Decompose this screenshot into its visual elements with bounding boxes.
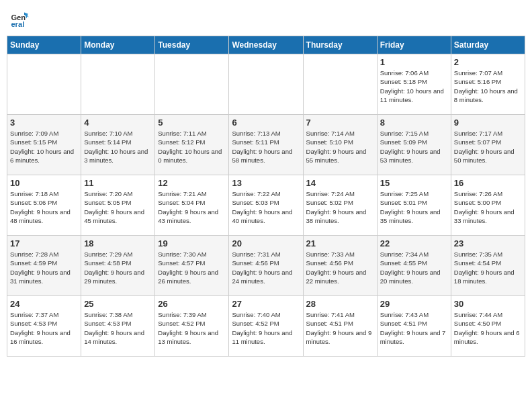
day-info: Sunrise: 7:28 AM Sunset: 4:59 PM Dayligh… <box>10 250 78 285</box>
calendar-cell: 30Sunrise: 7:44 AM Sunset: 4:50 PM Dayli… <box>451 296 525 357</box>
day-info: Sunrise: 7:29 AM Sunset: 4:58 PM Dayligh… <box>84 250 152 285</box>
day-number: 21 <box>306 238 374 248</box>
calendar-cell: 9Sunrise: 7:17 AM Sunset: 5:07 PM Daylig… <box>451 115 525 175</box>
calendar-cell: 5Sunrise: 7:11 AM Sunset: 5:12 PM Daylig… <box>155 115 229 175</box>
calendar-week-row: 17Sunrise: 7:28 AM Sunset: 4:59 PM Dayli… <box>7 236 525 296</box>
day-number: 19 <box>158 238 226 248</box>
weekday-header: Thursday <box>303 36 377 54</box>
calendar-week-row: 3Sunrise: 7:09 AM Sunset: 5:15 PM Daylig… <box>7 115 525 175</box>
calendar-cell: 22Sunrise: 7:34 AM Sunset: 4:55 PM Dayli… <box>377 236 451 296</box>
day-info: Sunrise: 7:31 AM Sunset: 4:56 PM Dayligh… <box>232 250 300 285</box>
calendar-cell: 1Sunrise: 7:06 AM Sunset: 5:18 PM Daylig… <box>377 54 451 115</box>
day-number: 3 <box>10 118 78 128</box>
day-info: Sunrise: 7:25 AM Sunset: 5:01 PM Dayligh… <box>380 189 448 225</box>
calendar-week-row: 24Sunrise: 7:37 AM Sunset: 4:53 PM Dayli… <box>7 296 525 357</box>
day-number: 18 <box>84 238 152 248</box>
calendar-cell: 16Sunrise: 7:26 AM Sunset: 5:00 PM Dayli… <box>451 175 525 236</box>
weekday-header: Wednesday <box>229 36 303 54</box>
calendar-cell <box>81 54 155 115</box>
day-number: 5 <box>158 118 226 128</box>
day-info: Sunrise: 7:15 AM Sunset: 5:09 PM Dayligh… <box>380 129 448 165</box>
day-number: 7 <box>306 118 374 128</box>
day-number: 12 <box>158 178 226 188</box>
calendar-cell: 17Sunrise: 7:28 AM Sunset: 4:59 PM Dayli… <box>7 236 81 296</box>
day-info: Sunrise: 7:18 AM Sunset: 5:06 PM Dayligh… <box>10 189 78 225</box>
day-info: Sunrise: 7:22 AM Sunset: 5:03 PM Dayligh… <box>232 189 300 225</box>
day-info: Sunrise: 7:21 AM Sunset: 5:04 PM Dayligh… <box>158 189 226 225</box>
day-number: 29 <box>380 299 448 309</box>
day-info: Sunrise: 7:43 AM Sunset: 4:51 PM Dayligh… <box>380 310 448 346</box>
day-number: 27 <box>232 299 300 309</box>
day-info: Sunrise: 7:41 AM Sunset: 4:51 PM Dayligh… <box>306 310 374 346</box>
day-number: 8 <box>380 118 448 128</box>
calendar-cell: 2Sunrise: 7:07 AM Sunset: 5:16 PM Daylig… <box>451 54 525 115</box>
day-info: Sunrise: 7:13 AM Sunset: 5:11 PM Dayligh… <box>232 129 300 165</box>
weekday-header: Sunday <box>7 36 81 54</box>
calendar-cell: 24Sunrise: 7:37 AM Sunset: 4:53 PM Dayli… <box>7 296 81 357</box>
calendar-cell: 14Sunrise: 7:24 AM Sunset: 5:02 PM Dayli… <box>303 175 377 236</box>
calendar-cell: 3Sunrise: 7:09 AM Sunset: 5:15 PM Daylig… <box>7 115 81 175</box>
weekday-header-row: SundayMondayTuesdayWednesdayThursdayFrid… <box>7 36 525 54</box>
day-number: 28 <box>306 299 374 309</box>
calendar-cell <box>303 54 377 115</box>
calendar-cell: 6Sunrise: 7:13 AM Sunset: 5:11 PM Daylig… <box>229 115 303 175</box>
day-number: 24 <box>10 299 78 309</box>
day-info: Sunrise: 7:09 AM Sunset: 5:15 PM Dayligh… <box>10 129 78 165</box>
day-number: 30 <box>454 299 522 309</box>
day-info: Sunrise: 7:35 AM Sunset: 4:54 PM Dayligh… <box>454 250 522 285</box>
day-number: 23 <box>454 238 522 248</box>
day-info: Sunrise: 7:39 AM Sunset: 4:52 PM Dayligh… <box>158 310 226 346</box>
calendar-cell: 10Sunrise: 7:18 AM Sunset: 5:06 PM Dayli… <box>7 175 81 236</box>
weekday-header: Tuesday <box>155 36 229 54</box>
calendar-cell: 23Sunrise: 7:35 AM Sunset: 4:54 PM Dayli… <box>451 236 525 296</box>
calendar: SundayMondayTuesdayWednesdayThursdayFrid… <box>7 36 525 357</box>
calendar-cell: 7Sunrise: 7:14 AM Sunset: 5:10 PM Daylig… <box>303 115 377 175</box>
calendar-cell: 12Sunrise: 7:21 AM Sunset: 5:04 PM Dayli… <box>155 175 229 236</box>
day-info: Sunrise: 7:44 AM Sunset: 4:50 PM Dayligh… <box>454 310 522 346</box>
day-number: 14 <box>306 178 374 188</box>
calendar-cell: 28Sunrise: 7:41 AM Sunset: 4:51 PM Dayli… <box>303 296 377 357</box>
day-info: Sunrise: 7:14 AM Sunset: 5:10 PM Dayligh… <box>306 129 374 165</box>
calendar-cell: 26Sunrise: 7:39 AM Sunset: 4:52 PM Dayli… <box>155 296 229 357</box>
svg-text:eral: eral <box>11 20 24 28</box>
weekday-header: Monday <box>81 36 155 54</box>
day-number: 17 <box>10 238 78 248</box>
weekday-header: Saturday <box>451 36 525 54</box>
calendar-week-row: 1Sunrise: 7:06 AM Sunset: 5:18 PM Daylig… <box>7 54 525 115</box>
calendar-cell: 15Sunrise: 7:25 AM Sunset: 5:01 PM Dayli… <box>377 175 451 236</box>
calendar-cell: 25Sunrise: 7:38 AM Sunset: 4:53 PM Dayli… <box>81 296 155 357</box>
day-number: 4 <box>84 118 152 128</box>
logo-icon: Gen eral <box>10 10 29 29</box>
calendar-cell: 21Sunrise: 7:33 AM Sunset: 4:56 PM Dayli… <box>303 236 377 296</box>
day-info: Sunrise: 7:37 AM Sunset: 4:53 PM Dayligh… <box>10 310 78 346</box>
calendar-cell: 27Sunrise: 7:40 AM Sunset: 4:52 PM Dayli… <box>229 296 303 357</box>
day-info: Sunrise: 7:07 AM Sunset: 5:16 PM Dayligh… <box>454 68 522 104</box>
day-number: 22 <box>380 238 448 248</box>
day-info: Sunrise: 7:40 AM Sunset: 4:52 PM Dayligh… <box>232 310 300 346</box>
day-number: 25 <box>84 299 152 309</box>
calendar-cell: 8Sunrise: 7:15 AM Sunset: 5:09 PM Daylig… <box>377 115 451 175</box>
day-info: Sunrise: 7:20 AM Sunset: 5:05 PM Dayligh… <box>84 189 152 225</box>
page-header: Gen eral <box>7 7 525 29</box>
calendar-cell <box>155 54 229 115</box>
day-number: 13 <box>232 178 300 188</box>
day-info: Sunrise: 7:24 AM Sunset: 5:02 PM Dayligh… <box>306 189 374 225</box>
day-number: 16 <box>454 178 522 188</box>
day-number: 2 <box>454 57 522 67</box>
day-info: Sunrise: 7:11 AM Sunset: 5:12 PM Dayligh… <box>158 129 226 165</box>
calendar-cell <box>229 54 303 115</box>
day-info: Sunrise: 7:38 AM Sunset: 4:53 PM Dayligh… <box>84 310 152 346</box>
day-number: 1 <box>380 57 448 67</box>
day-info: Sunrise: 7:10 AM Sunset: 5:14 PM Dayligh… <box>84 129 152 165</box>
calendar-week-row: 10Sunrise: 7:18 AM Sunset: 5:06 PM Dayli… <box>7 175 525 236</box>
day-number: 10 <box>10 178 78 188</box>
calendar-cell: 29Sunrise: 7:43 AM Sunset: 4:51 PM Dayli… <box>377 296 451 357</box>
calendar-cell: 18Sunrise: 7:29 AM Sunset: 4:58 PM Dayli… <box>81 236 155 296</box>
calendar-cell: 13Sunrise: 7:22 AM Sunset: 5:03 PM Dayli… <box>229 175 303 236</box>
weekday-header: Friday <box>377 36 451 54</box>
calendar-cell: 11Sunrise: 7:20 AM Sunset: 5:05 PM Dayli… <box>81 175 155 236</box>
day-number: 26 <box>158 299 226 309</box>
day-number: 6 <box>232 118 300 128</box>
day-number: 11 <box>84 178 152 188</box>
day-number: 9 <box>454 118 522 128</box>
